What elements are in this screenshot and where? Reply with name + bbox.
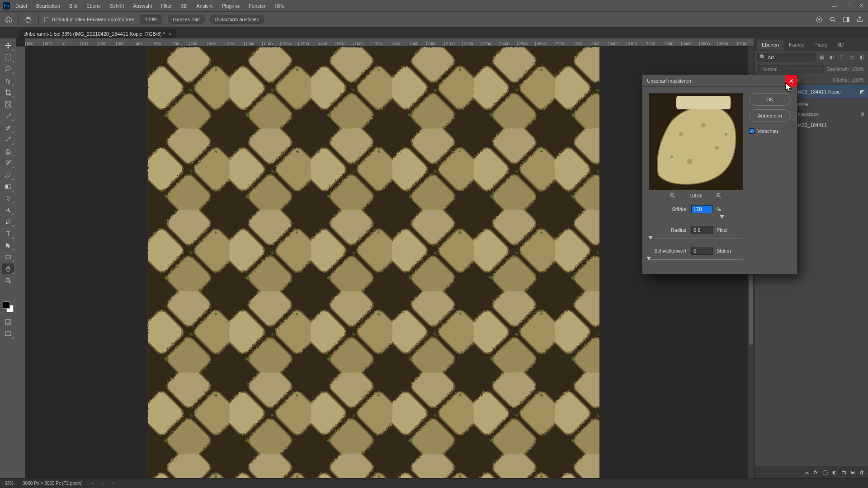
blend-mode-dropdown[interactable]: Normal bbox=[758, 65, 824, 73]
window-controls: — ☐ ✕ bbox=[827, 0, 868, 11]
foreground-color-swatch[interactable] bbox=[3, 301, 10, 309]
menu-3d[interactable]: 3D bbox=[177, 2, 191, 10]
type-tool-icon[interactable] bbox=[2, 228, 14, 239]
menu-file[interactable]: Datei bbox=[12, 2, 31, 10]
zoom-out-icon[interactable] bbox=[670, 192, 676, 199]
lasso-tool-icon[interactable] bbox=[2, 64, 14, 75]
fit-screen-button[interactable]: Ganzes Bild bbox=[168, 15, 204, 24]
history-brush-tool-icon[interactable] bbox=[2, 158, 14, 169]
menu-select[interactable]: Auswahl bbox=[129, 2, 156, 10]
pen-tool-icon[interactable] bbox=[2, 216, 14, 227]
screenmode-icon[interactable] bbox=[2, 328, 14, 339]
menu-window[interactable]: Fenster bbox=[245, 2, 269, 10]
status-bar: 33% 3000 Px × 3000 Px (72 ppcm) › ‹ › bbox=[0, 478, 868, 488]
status-chevron-right-icon[interactable]: › bbox=[113, 481, 114, 486]
adjustment-layer-icon[interactable]: ◐ bbox=[832, 469, 837, 475]
scroll-all-checkbox[interactable]: Bildlauf in allen Fenstern durchführen bbox=[44, 17, 134, 22]
threshold-input[interactable] bbox=[691, 247, 713, 255]
eyedropper-tool-icon[interactable] bbox=[2, 111, 14, 122]
selection-tool-icon[interactable] bbox=[2, 75, 14, 86]
tab-channels[interactable]: Kanäle bbox=[784, 40, 809, 50]
workspace-icon[interactable] bbox=[843, 16, 850, 23]
menu-view[interactable]: Ansicht bbox=[193, 2, 216, 10]
menu-plugins[interactable]: Plug-ins bbox=[218, 2, 243, 10]
marquee-tool-icon[interactable] bbox=[2, 52, 14, 63]
menu-layer[interactable]: Ebene bbox=[83, 2, 104, 10]
smart-object-icon: ◩ bbox=[860, 89, 864, 95]
status-chevron-left-icon[interactable]: ‹ bbox=[102, 481, 104, 486]
new-layer-icon[interactable]: ⊞ bbox=[851, 469, 855, 475]
zoom-tool-icon[interactable] bbox=[2, 275, 14, 286]
status-doc-info[interactable]: 3000 Px × 3000 Px (72 ppcm) bbox=[23, 481, 83, 486]
amount-slider[interactable] bbox=[649, 215, 743, 221]
status-arrow-icon[interactable]: › bbox=[92, 481, 93, 486]
fill-value[interactable]: 100% bbox=[852, 77, 864, 83]
radius-input[interactable] bbox=[691, 226, 713, 234]
radius-slider[interactable] bbox=[649, 236, 743, 242]
share-icon[interactable] bbox=[856, 16, 863, 23]
menu-filter[interactable]: Filter bbox=[157, 2, 175, 10]
tab-3d[interactable]: 3D bbox=[833, 40, 848, 50]
home-icon[interactable] bbox=[5, 15, 13, 23]
window-close-icon[interactable]: ✕ bbox=[854, 0, 868, 11]
filter-adjust-icon[interactable]: ◐ bbox=[828, 54, 835, 61]
delete-layer-icon[interactable]: 🗑 bbox=[859, 469, 864, 475]
menu-help[interactable]: Hilfe bbox=[271, 2, 288, 10]
move-tool-icon[interactable] bbox=[2, 40, 14, 51]
layer-mask-icon[interactable]: ◯ bbox=[822, 469, 828, 475]
amount-input[interactable] bbox=[691, 205, 713, 213]
eraser-tool-icon[interactable] bbox=[2, 169, 14, 180]
window-minimize-icon[interactable]: — bbox=[827, 0, 841, 11]
group-icon[interactable]: 🗀 bbox=[841, 469, 846, 475]
filter-smart-icon[interactable]: ◧ bbox=[858, 54, 865, 61]
hand-tool-icon[interactable] bbox=[24, 15, 33, 24]
hand-tool-icon[interactable] bbox=[2, 263, 14, 274]
filter-options-icon[interactable]: ⚙ bbox=[860, 112, 864, 117]
edit-toolbar-icon[interactable]: ⋯ bbox=[2, 287, 14, 298]
dodge-tool-icon[interactable] bbox=[2, 205, 14, 216]
search-icon[interactable] bbox=[829, 16, 836, 23]
fill-screen-button[interactable]: Bildschirm ausfüllen bbox=[210, 15, 264, 24]
menu-image[interactable]: Bild bbox=[66, 2, 81, 10]
link-layers-icon[interactable]: ⫘ bbox=[804, 469, 809, 475]
zoom-value[interactable]: 100% bbox=[140, 15, 162, 23]
menu-edit[interactable]: Bearbeiten bbox=[33, 2, 64, 10]
filter-shape-icon[interactable]: ▭ bbox=[848, 54, 855, 61]
cancel-button[interactable]: Abbrechen bbox=[749, 109, 791, 122]
frame-tool-icon[interactable] bbox=[2, 99, 14, 110]
crop-tool-icon[interactable] bbox=[2, 87, 14, 98]
healing-tool-icon[interactable] bbox=[2, 122, 14, 133]
path-select-tool-icon[interactable] bbox=[2, 240, 14, 251]
threshold-slider[interactable] bbox=[649, 257, 743, 263]
preview-checkbox[interactable]: ✓ Vorschau bbox=[749, 128, 791, 134]
dialog-preview[interactable] bbox=[649, 93, 743, 190]
filter-pixel-icon[interactable]: ▦ bbox=[818, 54, 826, 61]
document-tab[interactable]: Unbenannt-1 bei 33% (IMG_20210420_184411… bbox=[19, 29, 176, 38]
opacity-value[interactable]: 100% bbox=[852, 66, 864, 72]
window-maximize-icon[interactable]: ☐ bbox=[841, 0, 854, 11]
rectangle-tool-icon[interactable] bbox=[2, 252, 14, 263]
tab-paths[interactable]: Pfade bbox=[810, 40, 832, 50]
dialog-titlebar[interactable]: Unscharf maskieren ✕ bbox=[642, 75, 797, 87]
stamp-tool-icon[interactable] bbox=[2, 146, 14, 157]
zoom-in-icon[interactable] bbox=[716, 192, 722, 199]
dialog-close-button[interactable]: ✕ bbox=[785, 75, 797, 87]
status-zoom[interactable]: 33% bbox=[5, 481, 14, 486]
color-swatch[interactable] bbox=[3, 301, 14, 312]
layer-filter-dropdown[interactable]: 🔍 Art bbox=[757, 53, 816, 61]
filter-type-icon[interactable]: T bbox=[838, 54, 845, 61]
menu-type[interactable]: Schrift bbox=[106, 2, 127, 10]
layer-style-icon[interactable]: fx bbox=[814, 469, 818, 475]
ruler-vertical[interactable] bbox=[16, 47, 25, 478]
gradient-tool-icon[interactable] bbox=[2, 181, 14, 192]
radius-control: Radius: Pixel bbox=[649, 226, 743, 234]
cloud-icon[interactable] bbox=[816, 16, 823, 23]
ok-button[interactable]: OK bbox=[749, 93, 791, 106]
tab-layers[interactable]: Ebenen bbox=[757, 40, 783, 50]
close-tab-icon[interactable]: × bbox=[169, 31, 171, 37]
blur-tool-icon[interactable] bbox=[2, 193, 14, 204]
quickmask-icon[interactable] bbox=[2, 317, 14, 328]
svg-line-43 bbox=[674, 197, 675, 198]
brush-tool-icon[interactable] bbox=[2, 134, 14, 145]
ruler-horizontal[interactable]: 8009000100200300400500600700800900100011… bbox=[25, 38, 754, 47]
